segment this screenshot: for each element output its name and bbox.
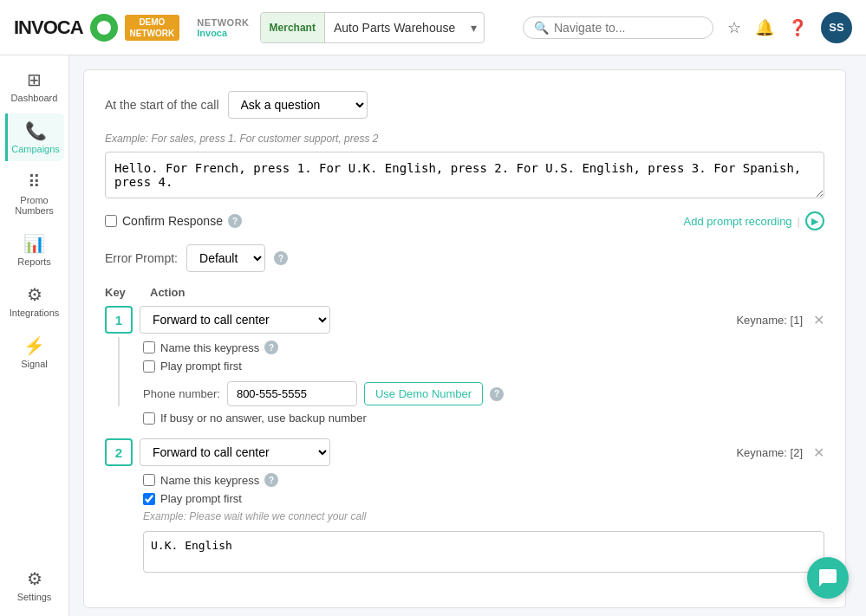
confirm-response-checkbox-row: Confirm Response ? [105, 214, 242, 228]
key-body-1: Forward to call center Play a message Ha… [140, 306, 824, 425]
sidebar-item-integrations[interactable]: ⚙ Integrations [5, 277, 64, 325]
settings-icon: ⚙ [27, 568, 42, 589]
name-keypress-1-label: Name this keypress [160, 341, 259, 354]
action-select-2[interactable]: Forward to call center Play a message Ha… [140, 438, 330, 466]
sidebar-item-campaigns[interactable]: 📞 Campaigns [5, 113, 64, 161]
dashboard-icon: ⊞ [27, 69, 42, 90]
play-prompt-1-row: Play prompt first [143, 360, 824, 373]
demo-badge: DEMO NETWORK [125, 15, 180, 41]
logo-area: INVOCA DEMO NETWORK [14, 14, 179, 42]
key-row-2: 2 Forward to call center Play a message … [105, 438, 824, 573]
example-text: Example: For sales, press 1. For custome… [105, 133, 824, 145]
merchant-selector[interactable]: Merchant Auto Parts Warehouse ▾ [260, 12, 485, 43]
network-link[interactable]: Invoca [197, 28, 249, 38]
phone-row-1: Phone number: Use Demo Number ? [143, 381, 824, 406]
key-badge-1: 1 [105, 306, 133, 334]
name-keypress-2-label: Name this keypress [160, 474, 259, 487]
sidebar-label-signal: Signal [21, 359, 48, 369]
error-prompt-row: Error Prompt: Default Custom ? [105, 244, 824, 272]
start-of-call-label: At the start of the call [105, 98, 219, 112]
search-icon: 🔍 [534, 21, 549, 35]
close-key-2-button[interactable]: ✕ [813, 444, 824, 461]
close-key-1-button[interactable]: ✕ [813, 312, 824, 328]
action-select-1[interactable]: Forward to call center Play a message Ha… [140, 306, 330, 334]
content-card: At the start of the call Ask a question … [83, 69, 846, 608]
confirm-response-label: Confirm Response [122, 214, 223, 228]
sidebar-label-promo-numbers: Promo Numbers [10, 195, 59, 216]
key-sub-2: Name this keypress ? Play prompt first E… [140, 473, 824, 573]
start-of-call-row: At the start of the call Ask a question … [105, 91, 824, 119]
error-prompt-label: Error Prompt: [105, 251, 178, 265]
keyname-label-2: Keyname: [2] [736, 446, 803, 459]
play-prompt-2-checkbox[interactable] [143, 493, 155, 505]
name-keypress-2-checkbox[interactable] [143, 474, 155, 486]
merchant-dropdown-icon[interactable]: ▾ [464, 21, 484, 35]
search-input[interactable] [554, 21, 702, 35]
name-keypress-1-checkbox[interactable] [143, 341, 155, 353]
sidebar-label-dashboard: Dashboard [11, 93, 58, 103]
add-prompt-recording-label: Add prompt recording [684, 215, 792, 228]
sidebar-bottom: ⚙ Settings [5, 561, 64, 609]
play-prompt-2-label: Play prompt first [160, 492, 242, 505]
sidebar-item-promo-numbers[interactable]: ⠿ Promo Numbers [5, 165, 64, 223]
play-button[interactable]: ▶ [805, 211, 824, 230]
avatar[interactable]: SS [821, 12, 852, 43]
chat-bubble[interactable] [807, 557, 849, 599]
key-sub-1: Name this keypress ? Play prompt first P… [140, 340, 824, 425]
prompt-textarea[interactable]: Hello. For French, press 1. For U.K. Eng… [105, 152, 824, 198]
example-label: Example: [105, 133, 148, 145]
promo-numbers-icon: ⠿ [28, 172, 41, 192]
help-icon[interactable]: ❓ [788, 18, 807, 37]
network-label: NETWORK [197, 17, 249, 28]
sidebar-item-settings[interactable]: ⚙ Settings [5, 561, 64, 609]
play-prompt-2-row: Play prompt first [143, 492, 824, 505]
campaigns-icon: 📞 [25, 120, 47, 141]
nav-right: 🔍 ☆ 🔔 ❓ SS [523, 12, 852, 43]
sidebar-label-reports: Reports [17, 256, 51, 267]
confirm-response-row: Confirm Response ? Add prompt recording … [105, 211, 824, 230]
name-keypress-1-help-icon[interactable]: ? [264, 340, 278, 354]
start-of-call-select[interactable]: Ask a question Forward to number Play a … [228, 91, 368, 119]
confirm-response-help-icon[interactable]: ? [228, 214, 242, 228]
logo-icon [90, 14, 118, 42]
notifications-icon[interactable]: 🔔 [755, 18, 774, 37]
keyname-label-1: Keyname: [1] [736, 314, 803, 327]
key-row-1: 1 Forward to call center Play a message … [105, 306, 824, 425]
key-column-header: Key [105, 286, 143, 299]
logo-text: INVOCA [14, 16, 83, 39]
phone-help-icon-1[interactable]: ? [490, 387, 504, 401]
use-demo-number-button-1[interactable]: Use Demo Number [364, 382, 483, 405]
error-prompt-select[interactable]: Default Custom [186, 244, 265, 272]
favorites-icon[interactable]: ☆ [727, 18, 741, 37]
phone-number-input-1[interactable] [227, 381, 357, 406]
name-keypress-1-row: Name this keypress ? [143, 340, 824, 354]
key-body-2: Forward to call center Play a message Ha… [140, 438, 824, 573]
sidebar-label-settings: Settings [17, 592, 52, 602]
play-prompt-1-checkbox[interactable] [143, 360, 155, 373]
main-content: At the start of the call Ask a question … [69, 55, 866, 616]
sidebar-item-signal[interactable]: ⚡ Signal [5, 328, 64, 376]
name-keypress-2-help-icon[interactable]: ? [264, 473, 278, 487]
sidebar-item-reports[interactable]: 📊 Reports [5, 226, 64, 274]
backup-number-label-1: If busy or no answer, use backup number [160, 412, 367, 425]
key-action-header: Key Action [105, 286, 824, 299]
error-prompt-help-icon[interactable]: ? [274, 251, 288, 265]
name-keypress-2-row: Name this keypress ? [143, 473, 824, 487]
sidebar-item-dashboard[interactable]: ⊞ Dashboard [5, 62, 64, 110]
divider: | [798, 215, 800, 228]
prompt-textarea-2[interactable]: U.K. English [143, 531, 824, 573]
svg-point-0 [97, 21, 111, 35]
action-column-header: Action [150, 286, 185, 299]
sidebar-label-campaigns: Campaigns [11, 144, 60, 154]
backup-number-checkbox-1[interactable] [143, 412, 155, 425]
add-prompt-recording-area[interactable]: Add prompt recording | ▶ [684, 211, 824, 230]
confirm-response-checkbox[interactable] [105, 215, 117, 227]
sidebar-label-integrations: Integrations [10, 308, 59, 318]
search-box[interactable]: 🔍 [523, 16, 713, 39]
signal-icon: ⚡ [23, 335, 45, 356]
example-value: For sales, press 1. For customer support… [151, 133, 378, 145]
top-nav: INVOCA DEMO NETWORK NETWORK Invoca Merch… [0, 0, 866, 55]
action-row-1: Forward to call center Play a message Ha… [140, 306, 824, 334]
backup-number-row-1: If busy or no answer, use backup number [143, 412, 824, 425]
merchant-tag: Merchant [261, 13, 325, 42]
